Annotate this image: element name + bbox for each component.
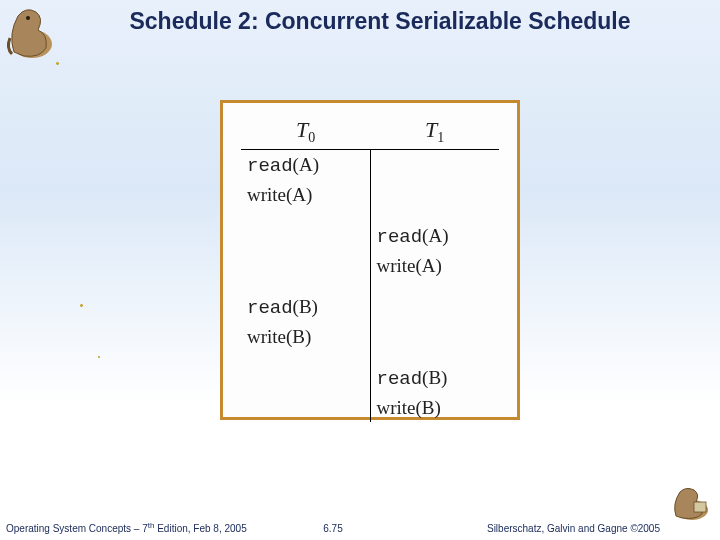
bullet-dot bbox=[80, 304, 83, 307]
footer-left: Operating System Concepts – 7th Edition,… bbox=[6, 521, 323, 534]
bullet-dot bbox=[98, 356, 100, 358]
schedule-rows: read(A) write(A) read(A) write(A) read(B… bbox=[241, 150, 499, 422]
slide-footer: Operating System Concepts – 7th Edition,… bbox=[6, 521, 714, 534]
table-row: write(B) bbox=[241, 322, 499, 351]
table-row: read(A) bbox=[241, 221, 499, 251]
slide-title: Schedule 2: Concurrent Serializable Sche… bbox=[0, 8, 720, 35]
schedule-header-row: T0 T1 bbox=[241, 117, 499, 150]
table-row: read(B) bbox=[241, 363, 499, 393]
schedule-table: T0 T1 read(A) write(A) read(A) write(A) … bbox=[241, 117, 499, 422]
col-header-t1: T1 bbox=[370, 117, 499, 146]
table-row: read(B) bbox=[241, 292, 499, 322]
table-row: write(A) bbox=[241, 251, 499, 280]
table-row bbox=[241, 351, 499, 363]
footer-page-number: 6.75 bbox=[323, 523, 342, 534]
table-row: read(A) bbox=[241, 150, 499, 180]
table-row bbox=[241, 209, 499, 221]
col-header-t0: T0 bbox=[241, 117, 370, 146]
schedule-table-frame: T0 T1 read(A) write(A) read(A) write(A) … bbox=[220, 100, 520, 420]
table-row: write(A) bbox=[241, 180, 499, 209]
footer-right: Silberschatz, Galvin and Gagne ©2005 bbox=[343, 523, 714, 534]
table-row bbox=[241, 280, 499, 292]
svg-rect-3 bbox=[694, 502, 706, 512]
dinosaur-logo-bottom-right bbox=[668, 482, 712, 522]
table-row: write(B) bbox=[241, 393, 499, 422]
bullet-dot bbox=[56, 62, 59, 65]
